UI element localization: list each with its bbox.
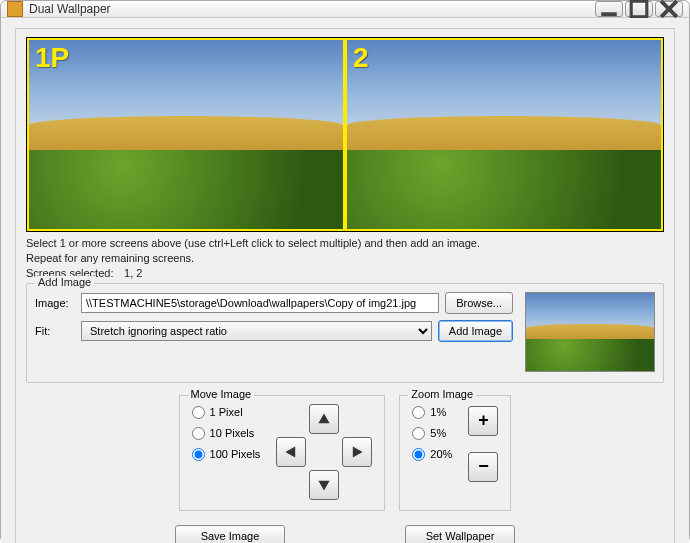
screen-1-label: 1P <box>35 42 69 74</box>
zoom-radio-20pct[interactable]: 20% <box>412 448 452 461</box>
zoom-legend: Zoom Image <box>408 388 476 400</box>
zoom-radio-5pct[interactable]: 5% <box>412 427 452 440</box>
move-up-button[interactable] <box>309 404 339 434</box>
move-radio-100px[interactable]: 100 Pixels <box>192 448 261 461</box>
instructions: Select 1 or more screens above (use ctrl… <box>26 236 664 281</box>
move-left-button[interactable] <box>276 437 306 467</box>
instruction-line-2: Repeat for any remaining screens. <box>26 251 664 266</box>
add-image-button[interactable]: Add Image <box>438 320 513 342</box>
zoom-image-group: Zoom Image 1% 5% 20% + − <box>399 395 511 511</box>
zoom-out-button[interactable]: − <box>468 452 498 482</box>
move-radio-1px[interactable]: 1 Pixel <box>192 406 261 419</box>
zoom-in-button[interactable]: + <box>468 406 498 436</box>
screen-2-label: 2 <box>353 42 369 74</box>
title-bar[interactable]: Dual Wallpaper <box>1 1 689 18</box>
move-legend: Move Image <box>188 388 255 400</box>
screen-1[interactable]: 1P <box>27 38 345 231</box>
move-radio-10px[interactable]: 10 Pixels <box>192 427 261 440</box>
add-image-group: Add Image Image: Browse... Fit: Stretch … <box>26 283 664 383</box>
image-label: Image: <box>35 297 75 309</box>
screen-2[interactable]: 2 <box>345 38 663 231</box>
close-button[interactable] <box>655 1 683 17</box>
set-wallpaper-button[interactable]: Set Wallpaper <box>405 525 515 543</box>
app-window: Dual Wallpaper 1P 2 Select 1 or more scr… <box>0 0 690 543</box>
client-area: 1P 2 Select 1 or more screens above (use… <box>1 18 689 543</box>
instruction-line-1: Select 1 or more screens above (use ctrl… <box>26 236 664 251</box>
move-right-button[interactable] <box>342 437 372 467</box>
svg-marker-4 <box>319 413 330 423</box>
browse-button[interactable]: Browse... <box>445 292 513 314</box>
move-down-button[interactable] <box>309 470 339 500</box>
screens-selected-value: 1, 2 <box>124 267 142 279</box>
save-image-button[interactable]: Save Image <box>175 525 285 543</box>
window-title: Dual Wallpaper <box>29 2 595 16</box>
svg-marker-7 <box>319 480 330 490</box>
fit-label: Fit: <box>35 325 75 337</box>
image-path-input[interactable] <box>81 293 439 313</box>
app-icon <box>7 1 23 17</box>
minimize-button[interactable] <box>595 1 623 17</box>
main-panel: 1P 2 Select 1 or more screens above (use… <box>15 28 675 543</box>
move-image-group: Move Image 1 Pixel 10 Pixels 100 Pixels <box>179 395 386 511</box>
zoom-radio-1pct[interactable]: 1% <box>412 406 452 419</box>
svg-marker-6 <box>353 446 363 457</box>
svg-rect-1 <box>631 1 647 17</box>
svg-marker-5 <box>286 446 296 457</box>
maximize-button[interactable] <box>625 1 653 17</box>
fit-select[interactable]: Stretch ignoring aspect ratio <box>81 321 432 341</box>
screens-preview: 1P 2 <box>26 37 664 232</box>
add-image-legend: Add Image <box>35 276 94 288</box>
move-dpad <box>276 404 372 500</box>
image-thumbnail <box>525 292 655 372</box>
